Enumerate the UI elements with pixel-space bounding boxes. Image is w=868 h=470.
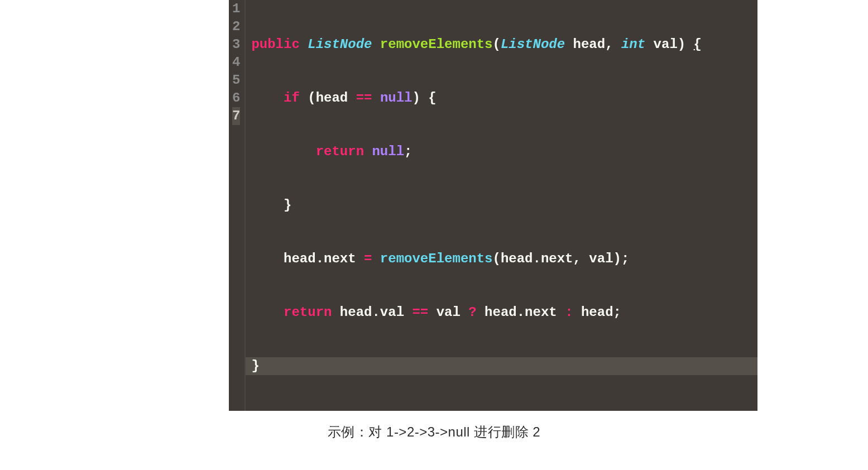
indent	[251, 305, 284, 320]
code-text: head.next	[477, 305, 565, 320]
line-number: 1	[232, 0, 240, 18]
caption-text: 示例：对 1->2->3->null 进行删除 2	[0, 423, 868, 441]
operator-ternary-q: ?	[468, 305, 476, 320]
param: val)	[645, 37, 693, 52]
code-line: }	[246, 196, 757, 214]
code-line: head.next = removeElements(head.next, va…	[246, 250, 757, 268]
param: head,	[565, 37, 621, 52]
line-number: 4	[232, 54, 240, 71]
code-text: ) {	[412, 90, 436, 105]
indent	[251, 251, 284, 266]
indent	[251, 90, 284, 105]
operator-eq: ==	[356, 90, 372, 105]
code-text: head.val	[332, 305, 412, 320]
line-number: 7	[232, 107, 240, 125]
code-text: head.next	[284, 251, 364, 266]
operator-eq: ==	[412, 305, 428, 320]
code-block: 1 2 3 4 5 6 7 public ListNode removeElem…	[229, 0, 757, 411]
brace-open: {	[694, 37, 702, 52]
arguments: (head.next, val);	[493, 251, 630, 266]
semicolon: ;	[404, 144, 412, 159]
code-line: return null;	[246, 143, 757, 161]
code-line: }	[246, 357, 757, 375]
code-text: val	[428, 305, 468, 320]
punct: (	[493, 37, 501, 52]
operator-assign: =	[364, 251, 372, 266]
type: ListNode	[501, 37, 565, 52]
line-number: 5	[232, 71, 240, 89]
keyword-null: null	[380, 90, 413, 105]
keyword-return: return	[316, 144, 364, 159]
operator-ternary-colon: :	[565, 305, 573, 320]
keyword-return: return	[284, 305, 332, 320]
line-number: 3	[232, 36, 240, 54]
line-number: 6	[232, 89, 240, 107]
line-number: 2	[232, 18, 240, 36]
brace-close: }	[284, 198, 291, 213]
indent	[251, 198, 284, 213]
keyword-public: public	[251, 37, 299, 52]
keyword-null: null	[372, 144, 404, 159]
code-text: (head	[300, 90, 356, 105]
code-line: public ListNode removeElements(ListNode …	[246, 36, 757, 54]
space	[364, 144, 372, 159]
function-call: removeElements	[380, 251, 493, 266]
code-line: if (head == null) {	[246, 89, 757, 107]
code-text	[372, 90, 380, 105]
type: int	[621, 37, 645, 52]
code-area: public ListNode removeElements(ListNode …	[244, 0, 757, 411]
page-container: 1 2 3 4 5 6 7 public ListNode removeElem…	[0, 0, 868, 441]
type: ListNode	[308, 37, 372, 52]
function-name: removeElements	[380, 37, 493, 52]
code-line: return head.val == val ? head.next : hea…	[246, 304, 757, 322]
keyword-if: if	[284, 90, 300, 105]
indent	[251, 144, 315, 159]
line-number-gutter: 1 2 3 4 5 6 7	[229, 0, 244, 411]
brace-close: }	[251, 358, 259, 373]
code-text: head;	[573, 305, 621, 320]
space	[372, 251, 380, 266]
